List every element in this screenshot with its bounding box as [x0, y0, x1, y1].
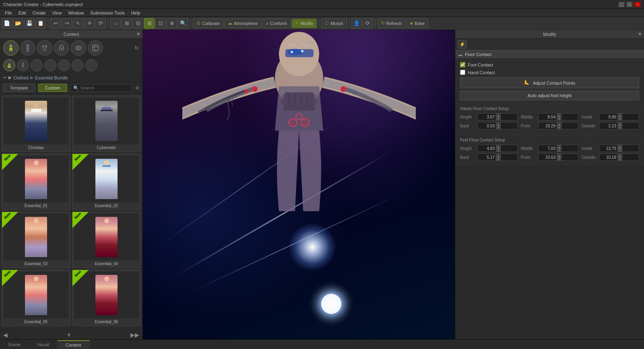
calibrate-button[interactable]: ⚖ Calibrate — [193, 19, 223, 28]
adjust-contact-points-button[interactable]: 🦶 Adjust Contact Points — [460, 77, 639, 88]
hands-inside-input-group[interactable]: ▲ ▼ — [599, 113, 639, 120]
empty-slot-4[interactable] — [72, 59, 84, 71]
tab-content[interactable]: Content — [58, 340, 90, 349]
hands-back-input-group[interactable]: ▲ ▼ — [477, 122, 518, 129]
feet-middle-spinner[interactable]: ▲ ▼ — [557, 145, 561, 152]
move-button[interactable]: ✛ — [84, 18, 95, 29]
hands-outside-spinner[interactable]: ▲ ▼ — [617, 123, 622, 129]
hands-height-input-group[interactable]: ▲ ▼ — [477, 113, 518, 120]
atmosphere-button[interactable]: ☁ Atmosphere — [224, 19, 261, 28]
feet-inside-up[interactable]: ▲ — [617, 145, 622, 148]
tab-scene[interactable]: Scene — [0, 341, 29, 349]
feet-inside-input-group[interactable]: ▲ ▼ — [599, 145, 639, 152]
asset-item-cybernetic[interactable]: Cybernetic — [72, 96, 141, 152]
asset-item-essential04[interactable]: New Essential_04 — [72, 212, 141, 268]
avatar-button[interactable]: 👤 — [351, 18, 362, 29]
asset-item-christian[interactable]: Christian — [2, 96, 70, 152]
feet-outside-input[interactable] — [599, 154, 617, 160]
person-type-icon[interactable] — [3, 40, 19, 56]
feet-height-spinner[interactable]: ▲ ▼ — [496, 145, 501, 152]
hands-front-input-group[interactable]: ▲ ▼ — [538, 122, 578, 129]
prop-icon[interactable] — [88, 40, 103, 56]
asset-item-extra06[interactable]: New Essential_06 — [72, 270, 141, 326]
hands-back-down[interactable]: ▼ — [496, 126, 501, 129]
hand-contact-label[interactable]: Hand Contact — [468, 70, 495, 75]
menu-submission-tools[interactable]: Submission Tools — [87, 10, 128, 16]
feet-outside-down[interactable]: ▼ — [617, 157, 622, 160]
filter-icon[interactable]: ⚡ — [458, 40, 466, 49]
hands-height-spinner[interactable]: ▲ ▼ — [496, 114, 501, 120]
feet-middle-input-group[interactable]: ▲ ▼ — [538, 145, 578, 152]
hands-middle-spinner[interactable]: ▲ ▼ — [557, 114, 561, 120]
hands-outside-down[interactable]: ▼ — [617, 126, 622, 129]
hands-back-spinner[interactable]: ▲ ▼ — [496, 123, 501, 129]
modify-button[interactable]: ✎ Modify — [291, 19, 317, 28]
feet-front-input[interactable] — [539, 154, 557, 160]
rotate-button[interactable]: ⟳ — [363, 18, 373, 29]
feet-inside-spinner[interactable]: ▲ ▼ — [617, 145, 622, 152]
feet-inside-down[interactable]: ▼ — [617, 148, 622, 152]
feet-front-up[interactable]: ▲ — [557, 154, 561, 157]
empty-slot-5[interactable] — [85, 59, 97, 71]
hands-inside-input[interactable] — [599, 114, 617, 120]
feet-front-input-group[interactable]: ▲ ▼ — [538, 154, 578, 161]
floor-contact-header[interactable]: ▬ Floor Contact — [455, 50, 644, 59]
accessory-icon[interactable] — [71, 40, 86, 56]
feet-back-down[interactable]: ▼ — [496, 157, 501, 160]
body-icon[interactable] — [20, 40, 35, 56]
hands-middle-input[interactable] — [539, 114, 557, 120]
tab-custom[interactable]: Custom — [38, 84, 67, 92]
feet-middle-down[interactable]: ▼ — [557, 148, 561, 152]
home-view-button[interactable]: ⌂ — [110, 18, 121, 29]
open-file-button[interactable]: 📂 — [13, 18, 23, 29]
auto-adjust-button[interactable]: Auto adjust foot height — [460, 91, 639, 100]
feet-middle-input[interactable] — [539, 145, 557, 152]
menu-help[interactable]: Help — [128, 10, 144, 16]
feet-back-spinner[interactable]: ▲ ▼ — [496, 154, 501, 160]
asset-item-essential03[interactable]: New Essential_03 — [2, 212, 70, 268]
hands-outside-input-group[interactable]: ▲ ▼ — [599, 122, 639, 129]
content-close-icon[interactable]: ✕ — [136, 31, 140, 37]
feet-front-down[interactable]: ▼ — [557, 157, 561, 160]
tab-template[interactable]: Template — [3, 84, 35, 92]
hands-inside-spinner[interactable]: ▲ ▼ — [617, 114, 622, 120]
asset-item-essential01[interactable]: New Essential_01 — [2, 154, 70, 210]
window-controls[interactable]: _ □ × — [618, 2, 641, 7]
maximize-button[interactable]: □ — [626, 2, 633, 7]
layout4-button[interactable]: ⊡ — [155, 18, 166, 29]
modify-close-icon[interactable]: ✕ — [638, 31, 642, 37]
foot-contact-label[interactable]: Foot Contact — [468, 62, 493, 67]
hands-height-up[interactable]: ▲ — [496, 114, 501, 117]
hands-back-up[interactable]: ▲ — [496, 123, 501, 126]
foot-contact-checkbox[interactable] — [460, 62, 465, 67]
feet-front-spinner[interactable]: ▲ ▼ — [557, 154, 561, 160]
hands-inside-down[interactable]: ▼ — [617, 117, 622, 120]
feet-inside-input[interactable] — [599, 145, 617, 152]
hands-middle-up[interactable]: ▲ — [557, 114, 561, 117]
breadcrumb-clothed[interactable]: Clothed — [13, 75, 29, 80]
refresh-button[interactable]: ↻ Refresh — [378, 19, 406, 28]
refresh-icon[interactable]: ↻ — [134, 45, 139, 51]
menu-file[interactable]: File — [2, 10, 15, 16]
hands-outside-input[interactable] — [599, 123, 617, 129]
hands-front-up[interactable]: ▲ — [557, 123, 561, 126]
empty-slot-2[interactable] — [44, 59, 56, 71]
grid-next-button[interactable]: ▶▶ — [130, 332, 139, 338]
hands-front-input[interactable] — [539, 123, 557, 129]
pan-button[interactable]: ⊕ — [167, 18, 177, 29]
scene-view-icon[interactable] — [3, 59, 15, 71]
feet-height-down[interactable]: ▼ — [496, 148, 501, 152]
save-file-button[interactable]: 💾 — [24, 18, 35, 29]
feet-back-input-group[interactable]: ▲ ▼ — [477, 154, 518, 161]
hands-height-input[interactable] — [478, 114, 496, 120]
conform-button[interactable]: ≡ Conform — [262, 19, 291, 28]
menu-create[interactable]: Create — [29, 10, 49, 16]
empty-slot-3[interactable] — [58, 59, 70, 71]
empty-slot-1[interactable] — [31, 59, 43, 71]
minimize-button[interactable]: _ — [618, 2, 625, 7]
feet-height-input-group[interactable]: ▲ ▼ — [477, 145, 518, 152]
close-button[interactable]: × — [634, 2, 641, 7]
hands-height-down[interactable]: ▼ — [496, 117, 501, 120]
layout1-button[interactable]: ⊞ — [122, 18, 132, 29]
bake-button[interactable]: ◈ Bake — [406, 19, 428, 28]
